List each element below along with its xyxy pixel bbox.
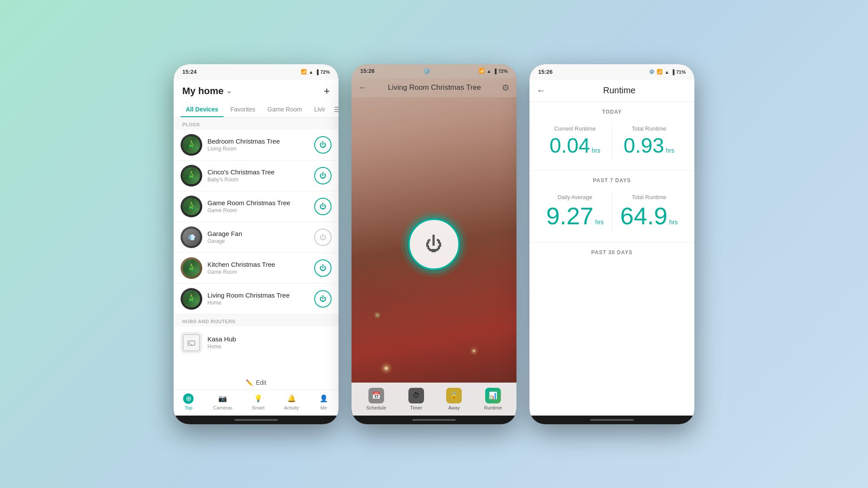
bottom-nav: ⊕ Top 📷 Cameras 💡 Smart 🔔 Activity 👤 xyxy=(174,390,339,416)
device-room-cinco: Baby's Room xyxy=(207,177,309,183)
tab-all-devices[interactable]: All Devices xyxy=(181,102,224,117)
bottom-timer[interactable]: ⏱ Timer xyxy=(408,388,424,410)
p1-title-group[interactable]: My home ⌄ xyxy=(182,85,232,97)
device-room-livingroom: Home xyxy=(207,300,309,306)
power-circle-btn[interactable]: ⏻ xyxy=(408,218,460,270)
tab-game-room[interactable]: Game Room xyxy=(262,102,307,117)
timer-label: Timer xyxy=(410,405,422,410)
edit-button[interactable]: ✏️ Edit xyxy=(174,376,339,390)
home-bar-1 xyxy=(234,419,278,421)
device-item-garage[interactable]: 💨 Garage Fan Garage ⏻ xyxy=(174,222,339,253)
away-label: Away xyxy=(448,405,460,410)
hub-box-icon xyxy=(183,334,200,351)
device-room-gameroom: Game Room xyxy=(207,207,309,213)
status-bar-3: 15:26 ⚙️ 📶 ▲ ▐ 71% xyxy=(529,64,694,80)
tree-icon-6: 🎄 xyxy=(183,290,200,308)
power-on-icon-1: ⏻ xyxy=(319,141,326,149)
fan-icon: 💨 xyxy=(183,229,200,246)
today-total-label: Total Runtime xyxy=(616,125,683,132)
power-btn-cinco[interactable]: ⏻ xyxy=(314,167,332,184)
signal-icon: ▐ xyxy=(315,69,319,75)
today-current-value: 0.04 xyxy=(549,135,590,156)
gear-icon-2[interactable]: ⚙ xyxy=(502,82,510,93)
tree-icon-2: 🎄 xyxy=(183,167,200,184)
device-info-gameroom: Game Room Christmas Tree Game Room xyxy=(207,199,309,213)
bluetooth-icon: 📶 xyxy=(301,69,307,75)
signal-icon-2: ▐ xyxy=(493,69,496,74)
nav-me[interactable]: 👤 Me xyxy=(319,393,329,410)
nav-activity[interactable]: 🔔 Activity xyxy=(284,393,299,410)
add-button[interactable]: + xyxy=(324,85,330,97)
nav-cameras[interactable]: 📷 Cameras xyxy=(213,393,233,410)
today-current-label: Current Runtime xyxy=(542,125,608,132)
battery-label-2: 72% xyxy=(498,69,508,74)
back-button-2[interactable]: ← xyxy=(358,82,367,92)
battery-label-3: 71% xyxy=(676,69,686,75)
phone-1-screen: 15:24 📶 ▲ ▐ 72% My home ⌄ + All Devices xyxy=(174,64,339,424)
status-icons-2: 📶 ▲ ▐ 72% xyxy=(479,68,508,74)
power-on-icon-6: ⏻ xyxy=(319,295,326,303)
signal-icon-3: ▐ xyxy=(671,69,674,75)
device-avatar-cinco: 🎄 xyxy=(181,165,202,187)
device-item-bedroom[interactable]: 🎄 Bedroom Christmas Tree Living Room ⏻ xyxy=(174,130,339,160)
phone-3-screen: 15:26 ⚙️ 📶 ▲ ▐ 71% ← Runtime TODAY xyxy=(529,64,694,424)
today-current-runtime: Current Runtime 0.04 hrs xyxy=(538,122,612,160)
device-item-gameroom[interactable]: 🎄 Game Room Christmas Tree Game Room ⏻ xyxy=(174,191,339,222)
time-1: 15:24 xyxy=(182,69,197,75)
device-item-cinco[interactable]: 🎄 Cinco's Christmas Tree Baby's Room ⏻ xyxy=(174,160,339,191)
device-item-livingroom[interactable]: 🎄 Living Room Christmas Tree Home ⏻ xyxy=(174,284,339,314)
device-avatar-gameroom: 🎄 xyxy=(181,196,202,217)
device-item-kitchen[interactable]: 🎄 Kitchen Christmas Tree Game Room ⏻ xyxy=(174,253,339,284)
bottom-runtime[interactable]: 📊 Runtime xyxy=(484,388,502,410)
p1-header: My home ⌄ + xyxy=(174,80,339,102)
phone-1: 15:24 📶 ▲ ▐ 72% My home ⌄ + All Devices xyxy=(174,64,339,424)
tab-favorites[interactable]: Favorites xyxy=(225,102,261,117)
edit-label: Edit xyxy=(256,379,266,386)
power-btn-livingroom[interactable]: ⏻ xyxy=(314,290,332,308)
power-btn-kitchen[interactable]: ⏻ xyxy=(314,259,332,277)
hub-item-kasa[interactable]: Kasa Hub Home xyxy=(174,327,339,359)
bottom-schedule[interactable]: 📅 Schedule xyxy=(366,388,386,410)
power-btn-garage[interactable]: ⏻ xyxy=(314,229,332,246)
tabs-more-icon[interactable]: ☰ xyxy=(334,105,339,114)
device-name-gameroom: Game Room Christmas Tree xyxy=(207,199,309,206)
hubs-section-label: HUBS AND ROUTERS xyxy=(174,314,339,327)
device-name-livingroom: Living Room Christmas Tree xyxy=(207,291,309,299)
time-3: 15:26 xyxy=(538,69,552,75)
gear-settings-icon: ⚙️ xyxy=(423,68,431,75)
device-list: PLUGS 🎄 Bedroom Christmas Tree Living Ro… xyxy=(174,118,339,376)
device-info-garage: Garage Fan Garage xyxy=(207,230,309,244)
nav-smart[interactable]: 💡 Smart xyxy=(252,393,264,410)
phone-2: 15:26 ⚙️ 📶 ▲ ▐ 72% ← Living Room Christm… xyxy=(352,64,516,424)
schedule-icon: 📅 xyxy=(368,388,384,403)
bokeh-1 xyxy=(385,367,388,370)
device-avatar-bedroom: 🎄 xyxy=(181,134,202,156)
power-btn-gameroom[interactable]: ⏻ xyxy=(314,198,332,215)
away-icon: 🔒 xyxy=(446,388,462,403)
power-btn-bedroom[interactable]: ⏻ xyxy=(314,136,332,154)
edit-pencil-icon: ✏️ xyxy=(246,379,253,386)
today-current-value-group: 0.04 hrs xyxy=(542,135,608,156)
battery-label-1: 72% xyxy=(320,69,330,75)
cameras-nav-icon: 📷 xyxy=(217,393,228,404)
dropdown-chevron-icon: ⌄ xyxy=(226,87,232,95)
p2-overlay-header: 15:26 ⚙️ 📶 ▲ ▐ 72% ← Living Room Christm… xyxy=(352,64,516,97)
past7-total-unit: hrs xyxy=(669,219,677,226)
hub-name-kasa: Kasa Hub xyxy=(207,335,332,343)
tab-livir[interactable]: Livir xyxy=(309,102,331,117)
past7-section-title: PAST 7 DAYS xyxy=(529,170,694,187)
home-indicator-1 xyxy=(174,416,339,424)
runtime-icon: 📊 xyxy=(485,388,501,403)
nav-top[interactable]: ⊕ Top xyxy=(183,393,194,410)
bottom-away[interactable]: 🔒 Away xyxy=(446,388,462,410)
tree-icon-1: 🎄 xyxy=(183,136,200,154)
home-bar-3 xyxy=(590,419,634,421)
back-button-3[interactable]: ← xyxy=(536,85,546,96)
tree-icon-5: 🎄 xyxy=(183,259,200,277)
device-name-kitchen: Kitchen Christmas Tree xyxy=(207,261,309,268)
p2-bottom-section: 📅 Schedule ⏱ Timer 🔒 Away 📊 Runtime xyxy=(352,383,516,416)
past7-daily-avg: Daily Average 9.27 hrs xyxy=(538,190,612,232)
device-info-livingroom: Living Room Christmas Tree Home xyxy=(207,291,309,306)
timer-icon: ⏱ xyxy=(408,388,424,403)
wifi-icon: ▲ xyxy=(309,69,313,75)
